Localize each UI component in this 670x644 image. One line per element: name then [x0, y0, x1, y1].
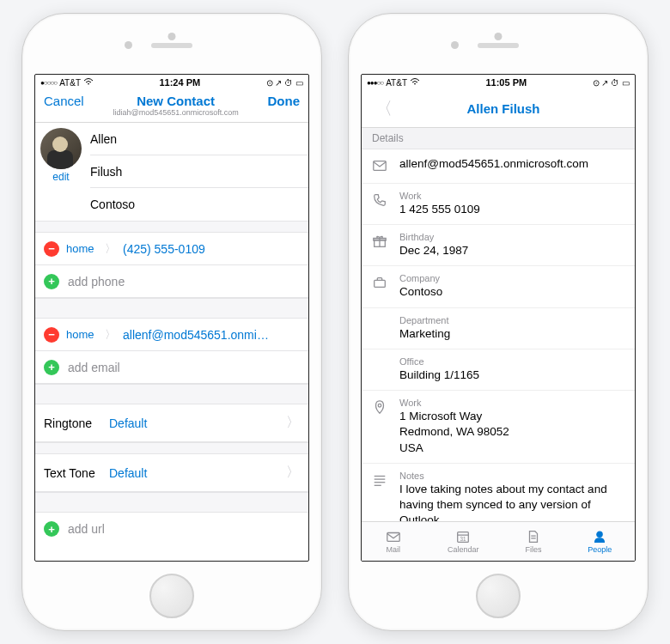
- status-right-icons: ⊙ ↗ ⏱ ▭: [266, 78, 303, 88]
- detail-address[interactable]: Work 1 Microsoft Way Redmond, WA 98052 U…: [362, 391, 635, 464]
- cancel-button[interactable]: Cancel: [44, 94, 84, 108]
- department-value: Marketing: [399, 326, 624, 342]
- address-line2: Redmond, WA 98052: [399, 424, 624, 440]
- company-value: Contoso: [399, 284, 624, 300]
- nav-bar: 〈 Allen Filush: [362, 90, 635, 128]
- ringtone-row[interactable]: Ringtone Default 〉: [35, 404, 308, 442]
- email-entry-row[interactable]: − home 〉 allenf@mod545651.onmicrosoft...…: [35, 319, 308, 351]
- home-button[interactable]: [476, 574, 521, 618]
- svg-text:31: 31: [460, 536, 467, 542]
- texttone-value: Default: [109, 466, 147, 480]
- add-email-label: add email: [68, 361, 120, 374]
- signal-dots-icon: ●○○○○: [40, 79, 57, 87]
- chevron-right-icon: 〉: [105, 327, 116, 343]
- nav-title: Allen Filush: [398, 101, 609, 116]
- carrier-label: AT&T: [386, 78, 407, 88]
- briefcase-icon: [372, 275, 391, 293]
- add-url-row[interactable]: + add url: [35, 513, 308, 545]
- phone-label: Work: [399, 191, 624, 201]
- birthday-label: Birthday: [399, 232, 624, 242]
- address-line1: 1 Microsoft Way: [399, 409, 624, 424]
- phone-value: 1 425 555 0109: [399, 202, 624, 217]
- department-label: Department: [399, 315, 624, 325]
- signal-dots-icon: ●●●○○: [367, 79, 383, 87]
- svg-rect-3: [375, 281, 386, 288]
- svg-rect-9: [387, 533, 399, 542]
- location-icon: [372, 399, 391, 417]
- detail-email[interactable]: allenf@mod545651.onmicrosoft.com: [362, 149, 635, 184]
- status-bar: ●●●○○ AT&T 11:05 PM ⊙ ↗ ⏱ ▭: [362, 75, 635, 90]
- detail-company: Company Contoso: [362, 266, 635, 307]
- detail-phone[interactable]: Work 1 425 555 0109: [362, 184, 635, 225]
- first-name-field[interactable]: Allen: [90, 132, 117, 146]
- mail-icon: [372, 158, 391, 176]
- chevron-right-icon: 〉: [286, 414, 300, 432]
- wifi-icon: [83, 77, 94, 88]
- nav-bar: Cancel New Contact lidiah@mod545651.onmi…: [35, 90, 308, 123]
- texttone-row[interactable]: Text Tone Default 〉: [35, 454, 308, 492]
- avatar[interactable]: [40, 128, 82, 169]
- status-bar: ●○○○○ AT&T 11:24 PM ⊙ ↗ ⏱ ▭: [35, 75, 308, 90]
- add-url-label: add url: [68, 522, 105, 536]
- screen-contact-detail: ●●●○○ AT&T 11:05 PM ⊙ ↗ ⏱ ▭ 〈 Allen Filu…: [361, 74, 636, 562]
- notes-value: I love taking notes about my contact and…: [399, 482, 624, 521]
- tab-files[interactable]: Files: [525, 529, 542, 554]
- section-header-details: Details: [362, 128, 635, 149]
- home-button[interactable]: [149, 574, 194, 618]
- remove-email-icon[interactable]: −: [44, 327, 59, 343]
- remove-phone-icon[interactable]: −: [44, 241, 59, 257]
- add-url-icon[interactable]: +: [44, 521, 59, 537]
- tab-mail[interactable]: Mail: [385, 529, 402, 554]
- detail-birthday: Birthday Dec 24, 1987: [362, 225, 635, 266]
- email-type[interactable]: home: [66, 328, 104, 341]
- chevron-right-icon: 〉: [286, 464, 300, 482]
- address-line3: USA: [399, 440, 624, 456]
- carrier-label: AT&T: [59, 78, 81, 88]
- notes-icon: [372, 472, 391, 490]
- screen-new-contact: ●○○○○ AT&T 11:24 PM ⊙ ↗ ⏱ ▭ Cancel New C…: [34, 74, 309, 562]
- address-label: Work: [399, 398, 624, 408]
- company-label: Company: [399, 273, 624, 283]
- phone-type[interactable]: home: [66, 242, 104, 255]
- texttone-label: Text Tone: [44, 466, 109, 480]
- phone-entry-row[interactable]: − home 〉 (425) 555-0109: [35, 233, 308, 265]
- company-field[interactable]: Contoso: [90, 197, 135, 211]
- svg-point-4: [378, 404, 381, 407]
- add-phone-row[interactable]: + add phone: [35, 265, 308, 298]
- email-value[interactable]: allenf@mod545651.onmicrosoft....: [123, 328, 269, 342]
- nav-subtitle: lidiah@mod545651.onmicrosoft.com: [84, 108, 268, 117]
- back-button[interactable]: 〈: [370, 95, 398, 122]
- email-value: allenf@mod545651.onmicrosoft.com: [399, 156, 624, 172]
- detail-notes: Notes I love taking notes about my conta…: [362, 464, 635, 521]
- clock: 11:24 PM: [159, 77, 200, 88]
- done-button[interactable]: Done: [268, 94, 301, 108]
- nav-title: New Contact: [84, 94, 268, 108]
- tab-bar: Mail 31 Calendar Files People: [362, 521, 635, 561]
- last-name-field[interactable]: Filush: [90, 165, 122, 179]
- birthday-value: Dec 24, 1987: [399, 243, 624, 258]
- detail-office: Office Building 1/1165: [362, 349, 635, 391]
- office-value: Building 1/1165: [399, 368, 624, 383]
- phone-left: ●○○○○ AT&T 11:24 PM ⊙ ↗ ⏱ ▭ Cancel New C…: [21, 13, 322, 631]
- svg-rect-0: [374, 161, 386, 171]
- add-email-icon[interactable]: +: [44, 360, 59, 375]
- tab-people[interactable]: People: [588, 529, 612, 554]
- gift-icon: [372, 234, 391, 252]
- edit-photo-button[interactable]: edit: [35, 171, 87, 183]
- clock: 11:05 PM: [485, 77, 527, 88]
- tab-calendar[interactable]: 31 Calendar: [448, 529, 479, 554]
- chevron-right-icon: 〉: [105, 241, 116, 257]
- add-phone-label: add phone: [68, 275, 125, 289]
- svg-point-15: [597, 532, 602, 537]
- status-right-icons: ⊙ ↗ ⏱ ▭: [593, 78, 630, 88]
- ringtone-value: Default: [109, 416, 147, 430]
- phone-right: ●●●○○ AT&T 11:05 PM ⊙ ↗ ⏱ ▭ 〈 Allen Filu…: [348, 13, 649, 631]
- notes-label: Notes: [399, 471, 624, 481]
- office-label: Office: [399, 356, 624, 367]
- phone-icon: [372, 192, 391, 210]
- add-phone-icon[interactable]: +: [44, 274, 59, 289]
- phone-value[interactable]: (425) 555-0109: [123, 242, 205, 256]
- ringtone-label: Ringtone: [44, 416, 109, 430]
- detail-department: Department Marketing: [362, 308, 635, 349]
- add-email-row[interactable]: + add email: [35, 351, 308, 384]
